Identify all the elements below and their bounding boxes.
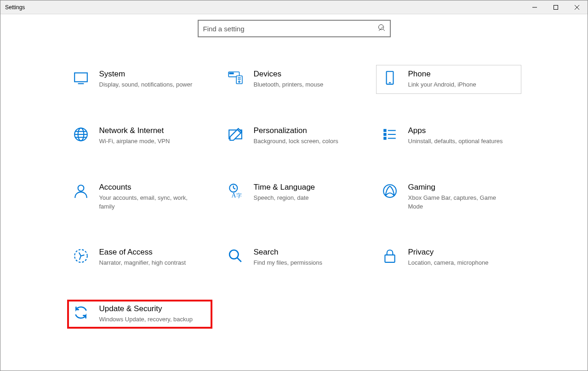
ease-of-access-icon [73,248,89,264]
tile-desc: Speech, region, date [254,194,315,203]
svg-text:A: A [231,192,236,199]
tile-title: Ease of Access [99,248,186,257]
tile-desc: Windows Update, recovery, backup [99,315,193,324]
tile-title: Search [254,248,323,257]
tile-title: Privacy [408,248,489,257]
tile-search[interactable]: Search Find my files, permissions [222,243,367,272]
tile-desc: Wi-Fi, airplane mode, VPN [99,137,170,146]
svg-rect-1 [554,6,558,10]
svg-rect-27 [384,129,386,131]
svg-rect-13 [232,73,233,74]
apps-icon [382,126,398,143]
svg-point-33 [78,185,84,191]
phone-icon [382,70,398,86]
svg-rect-43 [385,255,394,262]
tile-desc: Uninstall, defaults, optional features [408,137,503,146]
tile-title: Personalization [254,126,338,135]
tile-privacy[interactable]: Privacy Location, camera, microphone [376,243,521,272]
svg-rect-12 [231,73,232,74]
svg-line-7 [383,29,385,31]
svg-point-41 [229,250,238,259]
tile-ease-of-access[interactable]: Ease of Access Narrator, magnifier, high… [67,243,212,272]
tile-title: Apps [408,126,503,135]
tile-title: Gaming [408,183,509,192]
tile-desc: Display, sound, notifications, power [99,81,193,89]
svg-line-36 [233,188,235,189]
devices-icon [227,70,244,86]
tile-desc: Your accounts, email, sync, work, family [99,194,200,211]
svg-point-4 [378,25,383,30]
accounts-icon [73,183,89,199]
tile-accounts[interactable]: Accounts Your accounts, email, sync, wor… [67,178,212,216]
tile-update-security[interactable]: Update & Security Windows Update, recove… [67,300,212,329]
tile-title: Time & Language [254,183,315,192]
titlebar: Settings [0,0,588,14]
tile-title: System [99,70,193,79]
tile-title: Network & Internet [99,126,170,135]
minimize-button[interactable] [524,0,545,14]
tile-personalization[interactable]: Personalization Background, lock screen,… [222,122,367,151]
tile-desc: Location, camera, microphone [408,259,489,267]
tile-gaming[interactable]: Gaming Xbox Game Bar, captures, Game Mod… [376,178,521,216]
tile-network[interactable]: Network & Internet Wi-Fi, airplane mode,… [67,122,212,151]
network-icon [73,126,89,143]
svg-rect-8 [74,73,87,81]
tile-desc: Bluetooth, printers, mouse [254,81,324,89]
privacy-icon [382,248,398,264]
tile-system[interactable]: System Display, sound, notifications, po… [67,65,212,94]
close-button[interactable] [566,0,588,14]
tile-desc: Find my files, permissions [254,259,323,267]
tile-apps[interactable]: Apps Uninstall, defaults, optional featu… [376,122,521,151]
svg-text:字: 字 [236,192,242,199]
update-security-icon [73,304,89,321]
personalization-icon [227,126,244,143]
content-area: System Display, sound, notifications, po… [0,14,588,371]
gaming-icon [382,183,398,199]
tile-desc: Background, lock screen, colors [254,137,338,146]
maximize-button[interactable] [545,0,566,14]
tile-title: Accounts [99,183,200,192]
svg-line-42 [237,258,241,262]
time-language-icon: A字 [227,183,244,199]
tile-desc: Link your Android, iPhone [408,81,476,89]
svg-rect-29 [384,137,386,139]
tile-title: Devices [254,70,324,79]
tile-phone[interactable]: Phone Link your Android, iPhone [376,65,521,94]
search-tile-icon [227,248,244,264]
tile-desc: Xbox Game Bar, captures, Game Mode [408,194,509,211]
tile-desc: Narrator, magnifier, high contrast [99,259,186,267]
window-title: Settings [5,4,25,11]
tile-title: Phone [408,70,476,79]
window-controls [524,0,588,14]
tile-devices[interactable]: Devices Bluetooth, printers, mouse [222,65,367,94]
system-icon [73,70,89,86]
svg-rect-28 [384,133,386,135]
tile-time-language[interactable]: A字 Time & Language Speech, region, date [222,178,367,216]
svg-rect-11 [229,73,230,74]
search-box[interactable] [198,20,391,37]
settings-grid: System Display, sound, notifications, po… [0,65,588,342]
search-icon [378,24,385,33]
search-input[interactable] [203,25,369,33]
tile-title: Update & Security [99,304,193,313]
